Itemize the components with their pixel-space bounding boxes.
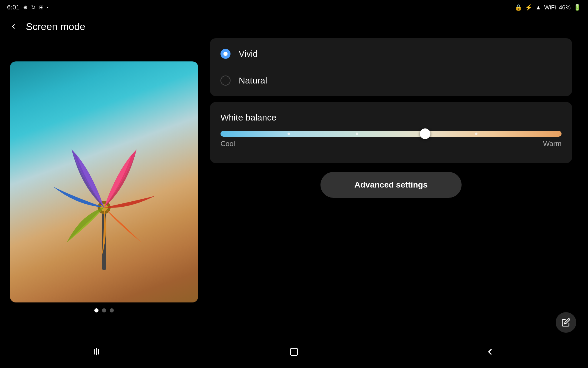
vivid-radio-inner: [223, 52, 228, 56]
status-right: 🔒 ⚡ ▲ WiFi 46% 🔋: [515, 4, 581, 11]
natural-radio[interactable]: [220, 76, 230, 86]
header: Screen mode: [0, 15, 588, 38]
screenshot-icon: ⊞: [39, 4, 44, 11]
white-balance-title: White balance: [220, 113, 562, 123]
pinwheel-svg: [31, 94, 178, 270]
vivid-label: Vivid: [239, 49, 258, 59]
slider-thumb[interactable]: [420, 128, 430, 139]
slider-track[interactable]: [220, 131, 562, 137]
preview-image: [10, 61, 198, 302]
advanced-settings-button[interactable]: Advanced settings: [320, 172, 462, 198]
battery-percent: 46%: [559, 4, 571, 11]
back-nav-button[interactable]: [478, 343, 502, 361]
time-display: 6:01: [7, 4, 20, 11]
battery-shape: 🔋: [574, 4, 581, 11]
dot-3: [110, 308, 114, 312]
dot-2: [102, 308, 106, 312]
tick-3: [475, 133, 477, 135]
cool-label: Cool: [220, 140, 235, 148]
white-balance-slider-container[interactable]: Cool Warm: [220, 131, 562, 148]
status-left: 6:01 ⊕ ↻ ⊞ •: [7, 4, 49, 11]
vivid-radio[interactable]: [220, 49, 230, 59]
page-title: Screen mode: [26, 21, 85, 32]
tick-1: [288, 133, 290, 135]
mode-card: Vivid Natural: [210, 38, 572, 96]
home-button[interactable]: [282, 343, 306, 361]
right-panel: Vivid Natural White balance: [201, 38, 581, 336]
left-panel: [7, 38, 201, 336]
back-button[interactable]: [7, 20, 20, 33]
vivid-option[interactable]: Vivid: [210, 41, 572, 67]
dot-1: [94, 308, 98, 312]
battery-icon: ⚡: [525, 4, 532, 11]
edit-button[interactable]: [556, 312, 576, 333]
lock-icon: 🔒: [515, 4, 522, 11]
status-bar: 6:01 ⊕ ↻ ⊞ • 🔒 ⚡ ▲ WiFi 46% 🔋: [0, 0, 588, 15]
warm-label: Warm: [543, 140, 562, 148]
natural-option[interactable]: Natural: [210, 67, 572, 94]
white-balance-card: White balance Cool Warm: [210, 102, 572, 163]
wifi-icon: WiFi: [544, 4, 556, 11]
dots-indicator: [94, 308, 114, 312]
recent-apps-button[interactable]: [86, 343, 110, 361]
slider-labels: Cool Warm: [220, 140, 562, 148]
bottom-nav: [0, 336, 588, 368]
notification-icon: ⊕: [23, 4, 28, 11]
tick-2: [356, 133, 358, 135]
natural-label: Natural: [239, 76, 267, 86]
main-content: Vivid Natural White balance: [0, 38, 588, 336]
dot-indicator: •: [47, 5, 49, 10]
signal-icon: ▲: [535, 4, 541, 11]
sync-icon: ↻: [31, 4, 36, 11]
svg-rect-6: [290, 348, 298, 355]
